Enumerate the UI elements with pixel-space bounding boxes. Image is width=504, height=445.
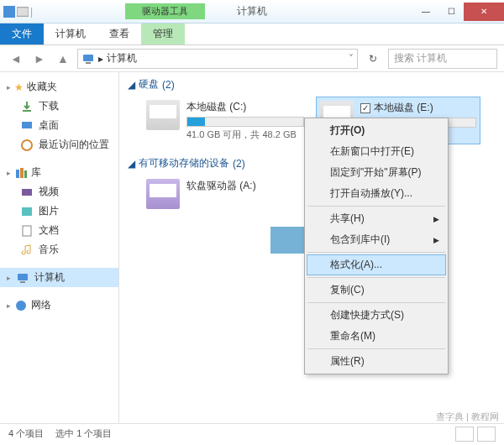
sidebar-music[interactable]: 音乐 bbox=[0, 240, 118, 259]
qat-icon[interactable] bbox=[17, 6, 29, 18]
window-title: 计算机 bbox=[237, 4, 267, 18]
item-count: 4 个项目 bbox=[8, 427, 44, 440]
svg-rect-3 bbox=[86, 62, 91, 64]
expand-icon: ▸ bbox=[7, 301, 11, 310]
menu-include-library[interactable]: 包含到库中(I)▶ bbox=[307, 229, 446, 250]
nav-forward-button[interactable]: ► bbox=[30, 50, 49, 68]
nav-up-button[interactable]: ▲ bbox=[54, 50, 72, 68]
menu-properties[interactable]: 属性(R) bbox=[307, 351, 446, 372]
section-hdd[interactable]: ◢ 硬盘 (2) bbox=[128, 77, 496, 92]
menu-share[interactable]: 共享(H)▶ bbox=[307, 208, 446, 229]
ribbon-tab-view[interactable]: 查看 bbox=[97, 24, 141, 44]
maximize-button[interactable]: ☐ bbox=[438, 3, 464, 21]
hdd-icon bbox=[146, 100, 180, 130]
library-icon bbox=[14, 166, 28, 180]
view-tiles-button[interactable] bbox=[477, 427, 496, 442]
sidebar-documents[interactable]: 文档 bbox=[0, 221, 118, 240]
svg-rect-8 bbox=[24, 170, 27, 178]
menu-separator bbox=[307, 206, 445, 207]
svg-rect-2 bbox=[83, 55, 93, 61]
collapse-icon: ◢ bbox=[128, 158, 135, 170]
selection-count: 选中 1 个项目 bbox=[55, 427, 112, 440]
sidebar-recent[interactable]: 最近访问的位置 bbox=[0, 135, 118, 154]
refresh-button[interactable]: ↻ bbox=[363, 49, 383, 69]
drive-name: 本地磁盘 (C:) bbox=[186, 100, 304, 114]
menu-open-new-window[interactable]: 在新窗口中打开(E) bbox=[307, 141, 446, 162]
drive-c[interactable]: 本地磁盘 (C:) 41.0 GB 可用，共 48.2 GB bbox=[143, 97, 307, 144]
document-icon bbox=[20, 224, 34, 238]
svg-rect-13 bbox=[20, 281, 25, 283]
address-text: 计算机 bbox=[107, 51, 137, 65]
svg-rect-0 bbox=[3, 6, 15, 18]
computer-icon bbox=[16, 271, 29, 285]
picture-icon bbox=[20, 205, 34, 218]
ribbon-tab-computer[interactable]: 计算机 bbox=[44, 24, 97, 44]
svg-rect-4 bbox=[22, 122, 32, 128]
sidebar-downloads[interactable]: 下载 bbox=[0, 97, 118, 116]
sidebar-libraries[interactable]: ▸ 库 bbox=[0, 163, 118, 182]
svg-rect-1 bbox=[17, 7, 29, 16]
search-placeholder: 搜索 计算机 bbox=[394, 51, 447, 65]
nav-back-button[interactable]: ◄ bbox=[7, 50, 25, 68]
menu-autoplay[interactable]: 打开自动播放(Y)... bbox=[307, 183, 446, 204]
watermark-logo-icon bbox=[270, 227, 304, 254]
svg-point-14 bbox=[16, 301, 26, 311]
menu-separator bbox=[307, 277, 445, 278]
svg-rect-7 bbox=[20, 168, 24, 178]
sidebar-network[interactable]: ▸ 网络 bbox=[0, 296, 118, 315]
svg-rect-12 bbox=[18, 274, 28, 280]
view-details-button[interactable] bbox=[455, 427, 474, 442]
recent-icon bbox=[20, 139, 34, 152]
sidebar-favorites[interactable]: ▸ ★ 收藏夹 bbox=[0, 77, 118, 97]
svg-rect-10 bbox=[22, 207, 32, 216]
computer-icon bbox=[81, 52, 95, 65]
download-icon bbox=[20, 100, 34, 113]
network-icon bbox=[14, 299, 28, 312]
expand-icon: ▸ bbox=[7, 274, 11, 282]
floppy-icon bbox=[146, 179, 180, 209]
search-input[interactable]: 搜索 计算机 bbox=[388, 49, 497, 69]
menu-format[interactable]: 格式化(A)... bbox=[307, 254, 446, 275]
contextual-tab-label: 驱动器工具 bbox=[125, 3, 205, 19]
app-icon bbox=[3, 6, 15, 18]
expand-icon: ▸ bbox=[7, 169, 11, 177]
menu-copy[interactable]: 复制(C) bbox=[307, 280, 446, 301]
menu-pin-start[interactable]: 固定到"开始"屏幕(P) bbox=[307, 162, 446, 183]
address-bar[interactable]: ▸ 计算机 ˅ bbox=[77, 49, 358, 69]
sidebar-videos[interactable]: 视频 bbox=[0, 182, 118, 202]
submenu-arrow-icon: ▶ bbox=[433, 236, 439, 244]
sidebar-pictures[interactable]: 图片 bbox=[0, 202, 118, 221]
menu-open[interactable]: 打开(O) bbox=[307, 120, 446, 141]
sidebar-desktop[interactable]: 桌面 bbox=[0, 116, 118, 135]
expand-icon: ▸ bbox=[7, 83, 11, 92]
menu-separator bbox=[307, 348, 445, 349]
minimize-button[interactable]: — bbox=[413, 3, 438, 21]
desktop-icon bbox=[20, 119, 34, 133]
drive-a[interactable]: 软盘驱动器 (A:) bbox=[143, 175, 307, 212]
status-bar: 4 个项目 选中 1 个项目 bbox=[0, 423, 504, 443]
address-dropdown-icon[interactable]: ˅ bbox=[349, 53, 354, 65]
music-icon bbox=[20, 243, 34, 257]
navigation-pane: ▸ ★ 收藏夹 下载 桌面 最近访问的位置 ▸ 库 视频 图片 文档 音乐 ▸ … bbox=[0, 72, 119, 423]
ribbon-tab-manage[interactable]: 管理 bbox=[141, 24, 185, 44]
qat-divider: | bbox=[30, 6, 33, 18]
sidebar-computer[interactable]: ▸ 计算机 bbox=[0, 268, 118, 287]
svg-point-5 bbox=[22, 140, 32, 150]
close-button[interactable]: ✕ bbox=[464, 3, 504, 21]
drive-status: 41.0 GB 可用，共 48.2 GB bbox=[186, 128, 304, 141]
context-menu: 打开(O) 在新窗口中打开(E) 固定到"开始"屏幕(P) 打开自动播放(Y).… bbox=[304, 118, 449, 374]
drive-usage-bar bbox=[186, 117, 304, 127]
video-icon bbox=[20, 186, 34, 199]
menu-rename[interactable]: 重命名(M) bbox=[307, 326, 446, 347]
submenu-arrow-icon: ▶ bbox=[433, 215, 439, 223]
menu-separator bbox=[307, 302, 445, 303]
star-icon: ★ bbox=[14, 81, 24, 93]
address-separator: ▸ bbox=[98, 53, 103, 65]
drive-name: 本地磁盘 (E:) bbox=[374, 101, 433, 115]
selection-checkbox[interactable]: ✓ bbox=[360, 103, 370, 113]
collapse-icon: ◢ bbox=[128, 79, 135, 91]
menu-separator bbox=[307, 252, 445, 253]
ribbon-tab-file[interactable]: 文件 bbox=[0, 24, 44, 44]
svg-rect-11 bbox=[23, 226, 31, 236]
menu-create-shortcut[interactable]: 创建快捷方式(S) bbox=[307, 305, 446, 326]
